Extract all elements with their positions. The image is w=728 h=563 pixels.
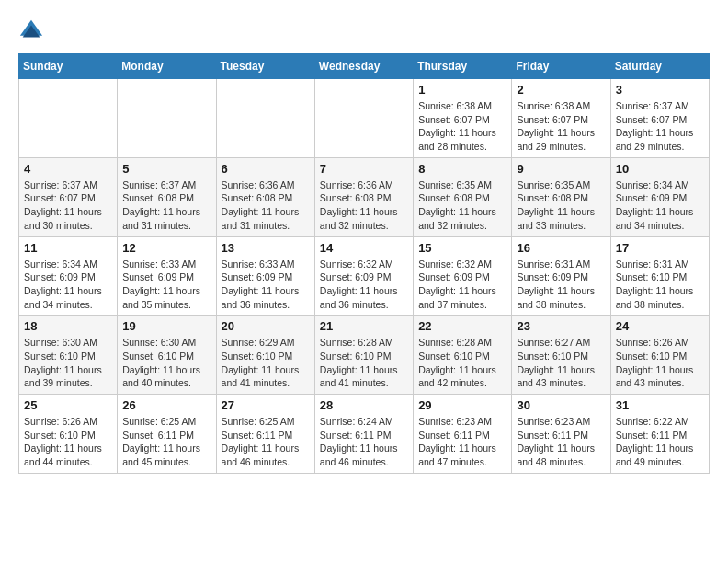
week-row-4: 18Sunrise: 6:30 AMSunset: 6:10 PMDayligh… bbox=[19, 316, 710, 395]
calendar-table: SundayMondayTuesdayWednesdayThursdayFrid… bbox=[18, 53, 710, 474]
day-number: 4 bbox=[24, 162, 112, 176]
day-number: 26 bbox=[122, 398, 210, 412]
day-info: Sunrise: 6:30 AMSunset: 6:10 PMDaylight:… bbox=[122, 336, 210, 390]
weekday-friday: Friday bbox=[512, 54, 610, 79]
day-number: 29 bbox=[418, 398, 506, 412]
calendar-cell bbox=[118, 79, 216, 158]
day-info: Sunrise: 6:28 AMSunset: 6:10 PMDaylight:… bbox=[418, 336, 506, 390]
day-info: Sunrise: 6:25 AMSunset: 6:11 PMDaylight:… bbox=[122, 415, 210, 469]
calendar-cell: 15Sunrise: 6:32 AMSunset: 6:09 PMDayligh… bbox=[414, 236, 512, 316]
day-number: 15 bbox=[418, 241, 506, 255]
day-number: 25 bbox=[24, 398, 112, 412]
calendar-cell: 28Sunrise: 6:24 AMSunset: 6:11 PMDayligh… bbox=[314, 395, 413, 474]
weekday-tuesday: Tuesday bbox=[216, 54, 314, 79]
day-info: Sunrise: 6:31 AMSunset: 6:09 PMDaylight:… bbox=[517, 258, 605, 312]
calendar-cell: 17Sunrise: 6:31 AMSunset: 6:10 PMDayligh… bbox=[610, 236, 709, 316]
calendar-cell: 8Sunrise: 6:35 AMSunset: 6:08 PMDaylight… bbox=[414, 157, 512, 236]
day-info: Sunrise: 6:32 AMSunset: 6:09 PMDaylight:… bbox=[320, 258, 408, 312]
logo-icon bbox=[18, 18, 44, 44]
day-number: 27 bbox=[222, 398, 310, 412]
day-info: Sunrise: 6:34 AMSunset: 6:09 PMDaylight:… bbox=[24, 258, 112, 312]
day-info: Sunrise: 6:37 AMSunset: 6:07 PMDaylight:… bbox=[24, 178, 112, 233]
calendar-cell: 24Sunrise: 6:26 AMSunset: 6:10 PMDayligh… bbox=[610, 316, 709, 395]
day-info: Sunrise: 6:23 AMSunset: 6:11 PMDaylight:… bbox=[418, 415, 506, 469]
day-number: 5 bbox=[122, 162, 210, 176]
day-info: Sunrise: 6:37 AMSunset: 6:07 PMDaylight:… bbox=[616, 99, 704, 154]
calendar-cell bbox=[216, 79, 314, 158]
day-info: Sunrise: 6:25 AMSunset: 6:11 PMDaylight:… bbox=[222, 415, 310, 469]
day-number: 10 bbox=[616, 162, 704, 176]
calendar-cell: 3Sunrise: 6:37 AMSunset: 6:07 PMDaylight… bbox=[610, 79, 709, 158]
week-row-2: 4Sunrise: 6:37 AMSunset: 6:07 PMDaylight… bbox=[19, 157, 710, 236]
day-number: 31 bbox=[616, 398, 704, 412]
calendar-cell: 16Sunrise: 6:31 AMSunset: 6:09 PMDayligh… bbox=[512, 236, 610, 316]
day-number: 16 bbox=[517, 241, 605, 255]
day-info: Sunrise: 6:27 AMSunset: 6:10 PMDaylight:… bbox=[517, 336, 605, 390]
day-info: Sunrise: 6:23 AMSunset: 6:11 PMDaylight:… bbox=[517, 415, 605, 469]
day-number: 11 bbox=[24, 241, 112, 255]
calendar-cell: 5Sunrise: 6:37 AMSunset: 6:08 PMDaylight… bbox=[118, 157, 216, 236]
day-number: 30 bbox=[517, 398, 605, 412]
day-number: 18 bbox=[24, 319, 112, 333]
calendar-cell: 21Sunrise: 6:28 AMSunset: 6:10 PMDayligh… bbox=[314, 316, 413, 395]
day-info: Sunrise: 6:31 AMSunset: 6:10 PMDaylight:… bbox=[616, 258, 704, 312]
day-info: Sunrise: 6:24 AMSunset: 6:11 PMDaylight:… bbox=[320, 415, 408, 469]
calendar-cell: 2Sunrise: 6:38 AMSunset: 6:07 PMDaylight… bbox=[512, 79, 610, 158]
day-number: 21 bbox=[320, 319, 408, 333]
day-number: 9 bbox=[517, 162, 605, 176]
weekday-saturday: Saturday bbox=[610, 54, 709, 79]
calendar-cell: 20Sunrise: 6:29 AMSunset: 6:10 PMDayligh… bbox=[216, 316, 314, 395]
day-number: 24 bbox=[616, 319, 704, 333]
calendar-cell: 23Sunrise: 6:27 AMSunset: 6:10 PMDayligh… bbox=[512, 316, 610, 395]
weekday-thursday: Thursday bbox=[414, 54, 512, 79]
day-info: Sunrise: 6:38 AMSunset: 6:07 PMDaylight:… bbox=[517, 99, 605, 154]
day-info: Sunrise: 6:37 AMSunset: 6:08 PMDaylight:… bbox=[122, 178, 210, 233]
day-number: 1 bbox=[418, 83, 506, 97]
calendar-cell bbox=[19, 79, 118, 158]
day-info: Sunrise: 6:36 AMSunset: 6:08 PMDaylight:… bbox=[320, 178, 408, 233]
day-number: 20 bbox=[222, 319, 310, 333]
day-number: 19 bbox=[122, 319, 210, 333]
calendar-cell: 11Sunrise: 6:34 AMSunset: 6:09 PMDayligh… bbox=[19, 236, 118, 316]
day-info: Sunrise: 6:26 AMSunset: 6:10 PMDaylight:… bbox=[24, 415, 112, 469]
day-info: Sunrise: 6:32 AMSunset: 6:09 PMDaylight:… bbox=[418, 258, 506, 312]
day-info: Sunrise: 6:38 AMSunset: 6:07 PMDaylight:… bbox=[418, 99, 506, 154]
day-info: Sunrise: 6:28 AMSunset: 6:10 PMDaylight:… bbox=[320, 336, 408, 390]
calendar-cell: 7Sunrise: 6:36 AMSunset: 6:08 PMDaylight… bbox=[314, 157, 413, 236]
calendar-cell: 1Sunrise: 6:38 AMSunset: 6:07 PMDaylight… bbox=[414, 79, 512, 158]
day-number: 17 bbox=[616, 241, 704, 255]
calendar-cell: 30Sunrise: 6:23 AMSunset: 6:11 PMDayligh… bbox=[512, 395, 610, 474]
weekday-monday: Monday bbox=[118, 54, 216, 79]
page-header bbox=[18, 18, 710, 44]
calendar-body: 1Sunrise: 6:38 AMSunset: 6:07 PMDaylight… bbox=[19, 79, 710, 474]
day-info: Sunrise: 6:30 AMSunset: 6:10 PMDaylight:… bbox=[24, 336, 112, 390]
weekday-header-row: SundayMondayTuesdayWednesdayThursdayFrid… bbox=[19, 54, 710, 79]
day-info: Sunrise: 6:29 AMSunset: 6:10 PMDaylight:… bbox=[222, 336, 310, 390]
logo bbox=[18, 18, 48, 44]
day-number: 14 bbox=[320, 241, 408, 255]
calendar-cell: 26Sunrise: 6:25 AMSunset: 6:11 PMDayligh… bbox=[118, 395, 216, 474]
calendar-cell: 18Sunrise: 6:30 AMSunset: 6:10 PMDayligh… bbox=[19, 316, 118, 395]
day-number: 22 bbox=[418, 319, 506, 333]
calendar-cell: 10Sunrise: 6:34 AMSunset: 6:09 PMDayligh… bbox=[610, 157, 709, 236]
calendar-cell: 29Sunrise: 6:23 AMSunset: 6:11 PMDayligh… bbox=[414, 395, 512, 474]
day-info: Sunrise: 6:35 AMSunset: 6:08 PMDaylight:… bbox=[517, 178, 605, 233]
day-number: 12 bbox=[122, 241, 210, 255]
day-number: 3 bbox=[616, 83, 704, 97]
calendar-cell: 14Sunrise: 6:32 AMSunset: 6:09 PMDayligh… bbox=[314, 236, 413, 316]
calendar-cell: 27Sunrise: 6:25 AMSunset: 6:11 PMDayligh… bbox=[216, 395, 314, 474]
weekday-sunday: Sunday bbox=[19, 54, 118, 79]
day-info: Sunrise: 6:33 AMSunset: 6:09 PMDaylight:… bbox=[222, 258, 310, 312]
day-info: Sunrise: 6:35 AMSunset: 6:08 PMDaylight:… bbox=[418, 178, 506, 233]
week-row-1: 1Sunrise: 6:38 AMSunset: 6:07 PMDaylight… bbox=[19, 79, 710, 158]
calendar-cell: 13Sunrise: 6:33 AMSunset: 6:09 PMDayligh… bbox=[216, 236, 314, 316]
calendar-cell: 22Sunrise: 6:28 AMSunset: 6:10 PMDayligh… bbox=[414, 316, 512, 395]
day-info: Sunrise: 6:36 AMSunset: 6:08 PMDaylight:… bbox=[222, 178, 310, 233]
day-number: 23 bbox=[517, 319, 605, 333]
day-number: 2 bbox=[517, 83, 605, 97]
calendar-cell: 25Sunrise: 6:26 AMSunset: 6:10 PMDayligh… bbox=[19, 395, 118, 474]
day-number: 8 bbox=[418, 162, 506, 176]
day-number: 7 bbox=[320, 162, 408, 176]
day-info: Sunrise: 6:26 AMSunset: 6:10 PMDaylight:… bbox=[616, 336, 704, 390]
calendar-cell: 19Sunrise: 6:30 AMSunset: 6:10 PMDayligh… bbox=[118, 316, 216, 395]
